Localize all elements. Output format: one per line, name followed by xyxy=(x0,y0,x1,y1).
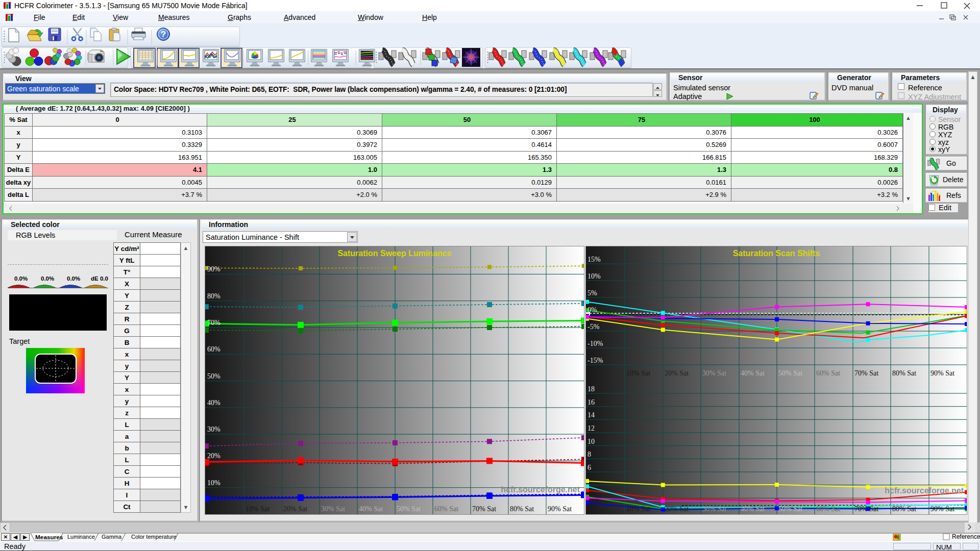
svg-text:70% Sat: 70% Sat xyxy=(854,505,878,513)
svg-text:50% Sat: 50% Sat xyxy=(778,505,802,513)
svg-text:60% Sat: 60% Sat xyxy=(816,505,840,513)
svg-text:10% Sat: 10% Sat xyxy=(246,505,270,513)
svg-text:50% Sat: 50% Sat xyxy=(778,369,802,377)
svg-text:Gamma: Gamma xyxy=(102,534,122,540)
svg-text:18: 18 xyxy=(587,385,595,393)
svg-text:30% Sat: 30% Sat xyxy=(321,505,345,513)
svg-text:80% Sat: 80% Sat xyxy=(892,505,916,513)
svg-text:70% Sat: 70% Sat xyxy=(854,369,878,377)
svg-text:90%: 90% xyxy=(207,265,220,273)
svg-text:10: 10 xyxy=(587,438,595,445)
svg-text:60% Sat: 60% Sat xyxy=(434,505,458,513)
svg-text:60% Sat: 60% Sat xyxy=(816,369,840,377)
svg-text:40% Sat: 40% Sat xyxy=(359,505,383,513)
svg-text:Luminance: Luminance xyxy=(67,534,95,540)
svg-text:Color temperature: Color temperature xyxy=(131,534,177,540)
svg-text:20% Sat: 20% Sat xyxy=(665,505,689,513)
svg-text:Saturation Scan Shifts: Saturation Scan Shifts xyxy=(733,249,820,258)
svg-text:-5%: -5% xyxy=(587,323,600,331)
svg-text:hcfr.sourceforge.net: hcfr.sourceforge.net xyxy=(501,485,580,494)
svg-text:70%: 70% xyxy=(207,319,220,327)
svg-text:-15%: -15% xyxy=(587,357,603,364)
svg-text:80%: 80% xyxy=(207,292,220,300)
svg-text:20% Sat: 20% Sat xyxy=(665,369,689,377)
svg-text:70% Sat: 70% Sat xyxy=(472,505,496,513)
svg-text:Reference: Reference xyxy=(952,533,980,540)
svg-text:60%: 60% xyxy=(207,345,220,353)
svg-text:30% Sat: 30% Sat xyxy=(702,505,726,513)
svg-text:8: 8 xyxy=(587,450,591,458)
svg-text:30% Sat: 30% Sat xyxy=(702,369,726,377)
svg-text:10% Sat: 10% Sat xyxy=(626,369,650,377)
svg-text:90% Sat: 90% Sat xyxy=(930,369,954,377)
svg-text:50%: 50% xyxy=(207,372,220,380)
svg-text:15%: 15% xyxy=(587,256,601,263)
svg-text:80% Sat: 80% Sat xyxy=(892,369,916,377)
svg-text:0%: 0% xyxy=(587,306,597,314)
svg-text:90% Sat: 90% Sat xyxy=(930,505,954,513)
svg-text:6: 6 xyxy=(587,464,591,471)
svg-text:16: 16 xyxy=(587,398,595,406)
svg-text:?: ? xyxy=(161,30,166,39)
svg-text:Saturation Sweep Luminance: Saturation Sweep Luminance xyxy=(337,249,451,258)
svg-text:Measures: Measures xyxy=(35,534,63,541)
svg-text:80% Sat: 80% Sat xyxy=(510,505,534,513)
svg-text:20% Sat: 20% Sat xyxy=(283,505,307,513)
svg-text:90% Sat: 90% Sat xyxy=(548,505,572,513)
svg-text:14: 14 xyxy=(587,411,595,419)
svg-text:20%: 20% xyxy=(207,452,220,460)
svg-text:10%: 10% xyxy=(207,479,220,487)
svg-text:30%: 30% xyxy=(207,425,220,433)
svg-text:40% Sat: 40% Sat xyxy=(741,505,765,513)
svg-text:hcfr.sourceforge.net: hcfr.sourceforge.net xyxy=(885,486,964,495)
svg-text:12: 12 xyxy=(587,424,595,432)
svg-text:40% Sat: 40% Sat xyxy=(741,369,765,377)
svg-text:50% Sat: 50% Sat xyxy=(397,505,421,513)
svg-text:5%: 5% xyxy=(587,289,597,297)
svg-text:40%: 40% xyxy=(207,399,220,407)
svg-text:-10%: -10% xyxy=(587,340,603,347)
svg-text:10%: 10% xyxy=(587,272,601,280)
svg-text:10% Sat: 10% Sat xyxy=(626,505,650,513)
